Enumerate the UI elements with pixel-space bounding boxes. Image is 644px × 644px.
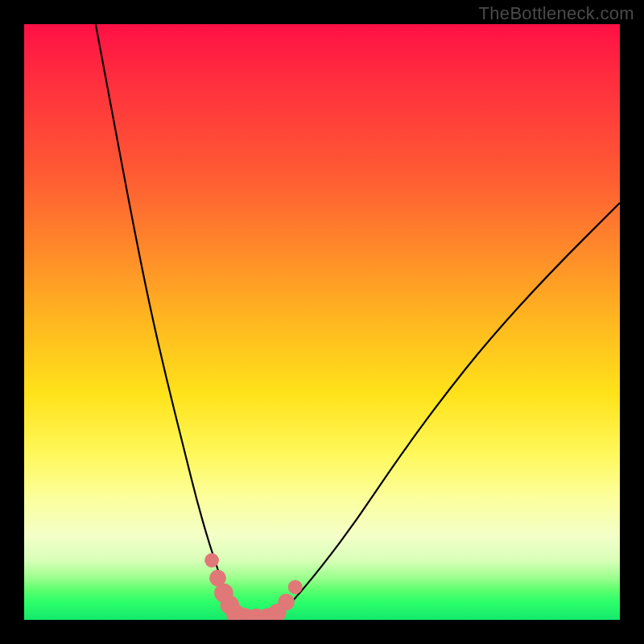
chart-marker-point [278,593,295,610]
chart-markers [204,553,302,620]
chart-frame: TheBottleneck.com [0,0,644,644]
chart-plot-area [24,24,620,620]
chart-svg [24,24,620,620]
watermark-text: TheBottleneck.com [479,3,634,24]
curve-right-branch [275,203,620,620]
chart-marker-point [204,553,219,568]
curve-left-branch [96,24,239,620]
chart-marker-point [288,580,303,594]
